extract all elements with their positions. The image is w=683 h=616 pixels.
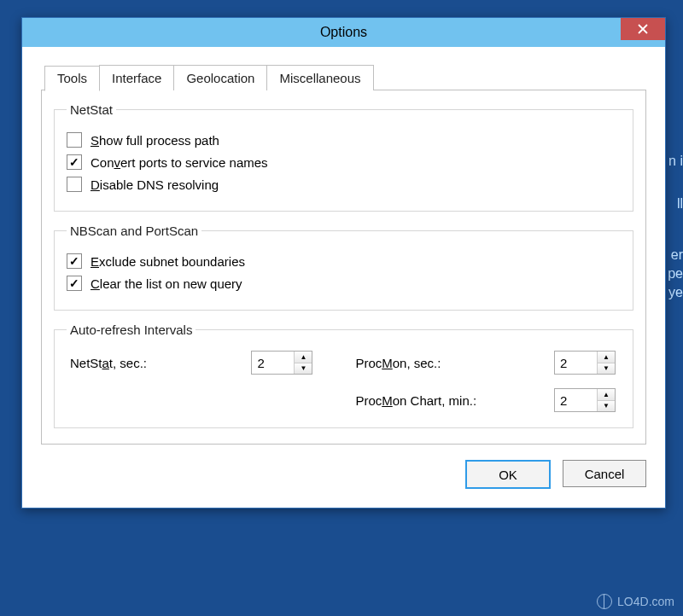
checkbox-label: Show full process path: [90, 133, 219, 148]
group-auto-refresh: Auto-refresh Intervals NetStat, sec.: 2 …: [54, 323, 633, 428]
watermark: LO4D.com: [597, 594, 674, 609]
checkbox-box: [67, 132, 82, 148]
watermark-label: LO4D.com: [617, 595, 674, 608]
titlebar: Options: [22, 18, 665, 47]
checkbox-box: [67, 253, 82, 269]
checkbox-show-full-process-path[interactable]: Show full process path: [67, 132, 219, 148]
checkbox-label: Clear the list on new query: [90, 276, 242, 291]
bg-text: ll: [677, 196, 683, 212]
close-icon: [638, 24, 648, 34]
spinner-procmon-chart[interactable]: 2 ▲ ▼: [554, 388, 616, 412]
group-nbscan-portscan: NBScan and PortScan Exclude subnet bound…: [54, 224, 633, 311]
bg-text: ye: [668, 285, 683, 300]
spinner-netstat-up[interactable]: ▲: [295, 352, 312, 363]
spinner-procmon-chart-up[interactable]: ▲: [598, 389, 615, 401]
checkbox-box: [67, 154, 82, 170]
checkbox-exclude-subnet[interactable]: Exclude subnet boundaries: [67, 253, 245, 269]
bg-text: n i: [668, 154, 683, 169]
spinner-procmon[interactable]: 2 ▲ ▼: [554, 351, 616, 375]
tab-geolocation[interactable]: Geolocation: [173, 65, 267, 90]
group-netstat: NetStat Show full process path Convert p…: [54, 102, 633, 212]
tab-miscellaneous[interactable]: Miscellaneous: [266, 65, 373, 90]
checkbox-box: [67, 177, 82, 192]
checkbox-convert-ports[interactable]: Convert ports to service names: [67, 154, 268, 170]
tab-panel-tools: NetStat Show full process path Convert p…: [41, 90, 646, 445]
tab-tools[interactable]: Tools: [44, 66, 100, 91]
checkbox-label: Exclude subnet boundaries: [90, 254, 245, 269]
group-netstat-legend: NetStat: [67, 102, 116, 117]
checkbox-box: [67, 276, 82, 291]
tab-interface[interactable]: Interface: [99, 65, 174, 90]
dialog-title: Options: [320, 25, 367, 40]
ok-button[interactable]: OK: [465, 460, 551, 489]
checkbox-clear-list[interactable]: Clear the list on new query: [67, 276, 242, 291]
spinner-netstat-value[interactable]: 2: [252, 352, 294, 374]
label-netstat-sec: NetStat, sec.:: [70, 356, 242, 370]
bg-text: pe: [668, 266, 683, 282]
label-procmon-chart-min: ProcMon Chart, min.:: [355, 393, 546, 408]
options-dialog: Options Tools Interface Geolocation Misc…: [21, 17, 666, 508]
close-button[interactable]: [621, 18, 665, 40]
globe-icon: [597, 594, 612, 609]
spinner-procmon-chart-value[interactable]: 2: [555, 389, 597, 411]
label-procmon-sec: ProcMon, sec.:: [355, 356, 546, 370]
group-intervals-legend: Auto-refresh Intervals: [67, 323, 196, 337]
spinner-procmon-chart-down[interactable]: ▼: [598, 401, 615, 412]
dialog-button-bar: OK Cancel: [22, 460, 665, 508]
checkbox-disable-dns[interactable]: Disable DNS resolving: [67, 177, 219, 192]
spinner-netstat[interactable]: 2 ▲ ▼: [251, 351, 312, 375]
bg-text: er: [671, 247, 683, 263]
spinner-procmon-value[interactable]: 2: [555, 352, 597, 374]
cancel-button[interactable]: Cancel: [563, 460, 646, 487]
spinner-procmon-down[interactable]: ▼: [598, 363, 615, 375]
checkbox-label: Disable DNS resolving: [90, 177, 219, 192]
spinner-procmon-up[interactable]: ▲: [598, 352, 615, 363]
spinner-netstat-down[interactable]: ▼: [295, 363, 312, 375]
tabstrip: Tools Interface Geolocation Miscellaneou…: [41, 64, 646, 90]
group-scan-legend: NBScan and PortScan: [67, 224, 201, 238]
checkbox-label: Convert ports to service names: [90, 155, 268, 170]
